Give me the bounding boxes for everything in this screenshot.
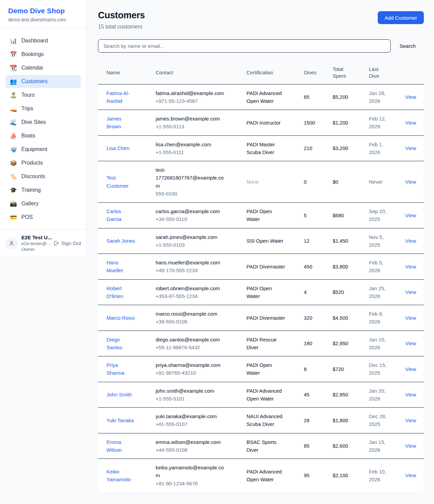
customer-dives: 320 bbox=[295, 305, 324, 331]
add-customer-button[interactable]: Add Customer bbox=[378, 11, 424, 24]
customer-name-link[interactable]: Keiko Yamamoto bbox=[106, 468, 135, 484]
customer-email: john.smith@example.com bbox=[156, 387, 226, 395]
sidebar-item-customers[interactable]: 👥 Customers bbox=[5, 75, 81, 88]
customer-email: keiko.yamamoto@example.com bbox=[156, 464, 226, 480]
sailboat-icon: ⛵ bbox=[10, 133, 17, 139]
customer-name-link[interactable]: Carlos Garcia bbox=[106, 207, 135, 223]
sidebar-item-discounts[interactable]: 🏷️ Discounts bbox=[5, 170, 81, 183]
customer-total-spent: $520 bbox=[324, 279, 360, 305]
sidebar-item-label: Tours bbox=[21, 92, 35, 98]
customer-dives: 8 bbox=[295, 356, 324, 382]
customer-email: emma.wilson@example.com bbox=[156, 438, 226, 446]
customer-email: priya.sharma@example.com bbox=[156, 361, 226, 369]
column-header-last-dive: Last Dive bbox=[360, 61, 397, 84]
view-link[interactable]: View bbox=[405, 417, 416, 423]
user-role: Owner bbox=[21, 247, 50, 252]
sidebar-item-training[interactable]: 🎓 Training bbox=[5, 184, 81, 197]
customer-total-spent: $5,200 bbox=[324, 84, 360, 110]
customer-name-link[interactable]: Robert O'Brien bbox=[106, 284, 135, 300]
sidebar-item-calendar[interactable]: 📆 Calendar bbox=[5, 61, 81, 74]
column-header-certification: Certification bbox=[238, 61, 295, 84]
customer-certification: SSI Open Water bbox=[246, 237, 283, 245]
sidebar-nav: 📊 Dashboard 📅 Bookings 📆 Calendar 👥 Cust… bbox=[0, 29, 86, 229]
customer-name-link[interactable]: Fatima Al-Rashid bbox=[106, 89, 135, 105]
sidebar-item-bookings[interactable]: 📅 Bookings bbox=[5, 48, 81, 61]
view-link[interactable]: View bbox=[405, 179, 416, 185]
page-title-block: Customers 15 total customers bbox=[98, 10, 145, 30]
customer-name-link[interactable]: Priya Sharma bbox=[106, 361, 135, 377]
sidebar-item-label: Dive Sites bbox=[21, 119, 46, 125]
view-link[interactable]: View bbox=[405, 212, 416, 218]
view-link[interactable]: View bbox=[405, 340, 416, 346]
view-link[interactable]: View bbox=[405, 443, 416, 449]
customer-email: hans.mueller@example.com bbox=[156, 259, 226, 266]
search-button[interactable]: Search bbox=[391, 43, 424, 49]
customer-name-link[interactable]: Marco Rossi bbox=[106, 314, 135, 322]
credit-card-icon: 💳 bbox=[10, 214, 17, 220]
bar-chart-icon: 📊 bbox=[10, 38, 17, 44]
customer-phone: +34-555-0110 bbox=[156, 215, 226, 223]
customer-total-spent: $1,200 bbox=[324, 110, 360, 136]
customer-phone: +55-11-99876-5432 bbox=[156, 343, 226, 351]
sidebar-item-pos[interactable]: 💳 POS bbox=[5, 211, 81, 224]
customer-name-link[interactable]: Lisa Chen bbox=[106, 144, 130, 152]
customer-dives: 4 bbox=[295, 279, 324, 305]
view-link[interactable]: View bbox=[405, 366, 416, 372]
view-link[interactable]: View bbox=[405, 392, 416, 397]
sidebar-item-label: Dashboard bbox=[21, 38, 48, 44]
sidebar-item-gallery[interactable]: 📸 Gallery bbox=[5, 197, 81, 210]
customer-dives: 12 bbox=[295, 228, 324, 254]
customer-last-dive: Nov 5, 2025 bbox=[369, 233, 390, 249]
sign-out-label: Sign Out bbox=[61, 240, 81, 246]
customer-name-link[interactable]: Hans Mueller bbox=[106, 259, 135, 275]
customer-name-link[interactable]: Yuki Tanaka bbox=[106, 416, 134, 424]
view-link[interactable]: View bbox=[405, 315, 416, 321]
user-email: e2e-tester@... bbox=[21, 241, 50, 246]
customer-last-dive: Feb 8, 2026 bbox=[369, 310, 390, 326]
customer-name-link[interactable]: Test Customer bbox=[106, 174, 135, 190]
sidebar-item-equipment[interactable]: 🤿 Equipment bbox=[5, 143, 81, 156]
sidebar-item-label: Training bbox=[21, 187, 41, 193]
customer-certification: PADI Divemaster bbox=[246, 314, 285, 322]
view-link[interactable]: View bbox=[405, 94, 416, 100]
view-link[interactable]: View bbox=[405, 264, 416, 269]
view-link[interactable]: View bbox=[405, 145, 416, 151]
sidebar-item-dive-sites[interactable]: 🌊 Dive Sites bbox=[5, 116, 81, 129]
customers-table: Name Contact Certification Dives Total S… bbox=[98, 61, 424, 492]
customer-total-spent: $1,450 bbox=[324, 228, 360, 254]
table-row: James Brown james.brown@example.com +1-5… bbox=[98, 110, 424, 136]
customer-name-link[interactable]: Emma Wilson bbox=[106, 438, 135, 454]
customer-phone: +81-555-0107 bbox=[156, 420, 226, 428]
speedboat-icon: 🚤 bbox=[10, 106, 17, 112]
table-row: Yuki Tanaka yuki.tanaka@example.com +81-… bbox=[98, 408, 424, 433]
sidebar-item-dashboard[interactable]: 📊 Dashboard bbox=[5, 34, 81, 47]
customer-certification: PADI Advanced Open Water bbox=[246, 468, 285, 484]
diving-mask-icon: 🤿 bbox=[10, 147, 17, 152]
sidebar-item-products[interactable]: 📦 Products bbox=[5, 156, 81, 169]
sidebar-item-trips[interactable]: 🚤 Trips bbox=[5, 102, 81, 115]
customer-name-link[interactable]: Diego Santos bbox=[106, 336, 135, 352]
search-input[interactable] bbox=[98, 39, 391, 53]
customer-dives: 95 bbox=[295, 459, 324, 492]
view-link[interactable]: View bbox=[405, 120, 416, 126]
sidebar-item-label: Discounts bbox=[21, 173, 45, 180]
customer-dives: 65 bbox=[295, 84, 324, 110]
sidebar-item-boats[interactable]: ⛵ Boats bbox=[5, 129, 81, 142]
customer-dives: 85 bbox=[295, 433, 324, 459]
customer-name-link[interactable]: Sarah Jones bbox=[106, 237, 135, 245]
table-row: Emma Wilson emma.wilson@example.com +44-… bbox=[98, 433, 424, 459]
graduation-cap-icon: 🎓 bbox=[10, 187, 17, 193]
view-link[interactable]: View bbox=[405, 472, 416, 478]
sign-out-button[interactable]: Sign Out bbox=[53, 240, 81, 246]
customer-certification: PADI Advanced Open Water bbox=[246, 89, 285, 105]
customer-dives: 0 bbox=[295, 161, 324, 203]
customer-phone: +1-555-0111 bbox=[156, 148, 226, 156]
view-link[interactable]: View bbox=[405, 289, 416, 295]
table-row: Marco Rossi marco.rossi@example.com +39-… bbox=[98, 305, 424, 331]
customer-name-link[interactable]: John Smith bbox=[106, 391, 132, 398]
customer-last-dive: Jan 25, 2026 bbox=[369, 284, 390, 300]
customer-dives: 180 bbox=[295, 331, 324, 356]
sidebar-item-tours[interactable]: 🏝️ Tours bbox=[5, 89, 81, 101]
view-link[interactable]: View bbox=[405, 238, 416, 244]
customer-name-link[interactable]: James Brown bbox=[106, 115, 135, 131]
